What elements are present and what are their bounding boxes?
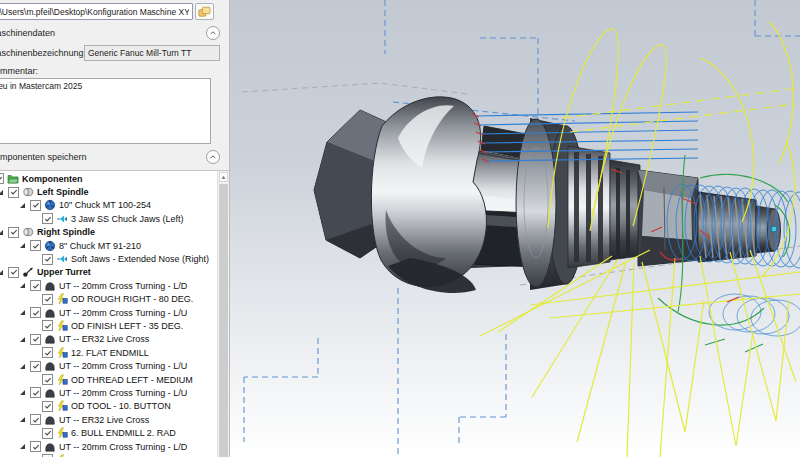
tree-item-right-spindle[interactable]: Right Spindle bbox=[0, 226, 218, 239]
checkbox[interactable] bbox=[8, 187, 19, 198]
check-icon bbox=[32, 335, 40, 343]
checkbox[interactable] bbox=[42, 320, 53, 331]
collapse-components-button[interactable] bbox=[206, 150, 220, 164]
checkbox[interactable] bbox=[30, 414, 41, 425]
tree-item-holder-3[interactable]: UT -- ER32 Live Cross bbox=[0, 333, 218, 346]
check-icon bbox=[0, 175, 3, 183]
tree-item-holder-2[interactable]: UT -- 20mm Cross Turning - L/U bbox=[0, 306, 218, 319]
expander-icon[interactable] bbox=[19, 281, 29, 291]
jaws-icon bbox=[56, 253, 68, 265]
scrollbar-thumb[interactable] bbox=[219, 184, 228, 457]
components-header: Komponenten speichern bbox=[0, 150, 230, 166]
tool-icon bbox=[56, 400, 68, 412]
chuck-icon bbox=[44, 240, 56, 252]
tree-item-komponenten[interactable]: Komponenten bbox=[0, 172, 218, 185]
config-path-bar bbox=[0, 3, 230, 20]
spindle-icon bbox=[22, 186, 34, 198]
chevron-up-icon bbox=[209, 29, 217, 37]
checkbox[interactable] bbox=[42, 428, 53, 439]
holder-icon bbox=[44, 414, 56, 426]
tree-item-left-spindle[interactable]: Left Spindle bbox=[0, 185, 218, 198]
expander-icon[interactable] bbox=[19, 308, 29, 318]
check-icon bbox=[44, 295, 52, 303]
check-icon bbox=[32, 443, 40, 451]
tree-scrollbar[interactable] bbox=[217, 171, 229, 457]
machine-name-label: Maschinenbezeichnung: bbox=[0, 48, 86, 58]
tree-item-jaws-right[interactable]: Soft Jaws - Extended Nose (Right) bbox=[0, 252, 218, 265]
check-icon bbox=[32, 309, 40, 317]
check-icon bbox=[44, 376, 52, 384]
check-icon bbox=[32, 201, 40, 209]
check-icon bbox=[10, 268, 18, 276]
expander-icon[interactable] bbox=[19, 388, 29, 398]
checkbox[interactable] bbox=[42, 374, 53, 385]
turret-icon bbox=[22, 266, 34, 278]
collapse-machine-data-button[interactable] bbox=[206, 26, 220, 40]
expander-icon[interactable] bbox=[0, 187, 7, 197]
tree-item-chuck-left[interactable]: 10" Chuck MT 100-254 bbox=[0, 199, 218, 212]
jaws-icon bbox=[56, 213, 68, 225]
expander-icon[interactable] bbox=[0, 267, 7, 277]
tree-item-chuck-right[interactable]: 8" Chuck MT 91-210 bbox=[0, 239, 218, 252]
tree-item-tool-1[interactable]: OD ROUGH RIGHT - 80 DEG. bbox=[0, 293, 218, 306]
tree-item-tool-3[interactable]: 12. FLAT ENDMILL bbox=[0, 346, 218, 359]
holder-icon bbox=[44, 280, 56, 292]
components-title: Komponenten speichern bbox=[0, 152, 87, 162]
expander-icon[interactable] bbox=[0, 227, 7, 237]
tool-icon bbox=[56, 374, 68, 386]
checkbox[interactable] bbox=[30, 307, 41, 318]
machine-data-header: Maschinendaten bbox=[0, 26, 230, 42]
chuck-icon bbox=[44, 199, 56, 211]
config-path-input[interactable] bbox=[0, 3, 193, 20]
tree-item-jaws-left[interactable]: 3 Jaw SS Chuck Jaws (Left) bbox=[0, 212, 218, 225]
check-icon bbox=[44, 322, 52, 330]
check-icon bbox=[44, 215, 52, 223]
folder-copy-icon bbox=[198, 6, 211, 18]
expander-icon[interactable] bbox=[19, 241, 29, 251]
expander-icon[interactable] bbox=[19, 442, 29, 452]
checkbox[interactable] bbox=[30, 280, 41, 291]
machine-name-input[interactable] bbox=[84, 45, 220, 61]
checkbox[interactable] bbox=[42, 294, 53, 305]
checkbox[interactable] bbox=[30, 387, 41, 398]
tree-item-tool-6[interactable]: 6. BULL ENDMILL 2. RAD bbox=[0, 426, 218, 439]
tree-item-tool-7[interactable]: OD CUTOFF RIGHT bbox=[0, 453, 218, 457]
browse-button[interactable] bbox=[195, 3, 214, 20]
tree-item-holder-4[interactable]: UT -- 20mm Cross Turning - L/U bbox=[0, 359, 218, 372]
tree-item-tool-2[interactable]: OD FINISH LEFT - 35 DEG. bbox=[0, 319, 218, 332]
checkbox[interactable] bbox=[30, 334, 41, 345]
checkbox[interactable] bbox=[42, 347, 53, 358]
checkbox[interactable] bbox=[30, 361, 41, 372]
tree-item-upper-turret[interactable]: Upper Turret bbox=[0, 266, 218, 279]
checkbox[interactable] bbox=[42, 401, 53, 412]
checkbox[interactable] bbox=[30, 200, 41, 211]
checkbox[interactable] bbox=[30, 441, 41, 452]
checkbox[interactable] bbox=[42, 254, 53, 265]
check-icon bbox=[44, 402, 52, 410]
check-icon bbox=[44, 349, 52, 357]
checkbox[interactable] bbox=[8, 267, 19, 278]
machine-simulation-scene bbox=[230, 0, 800, 457]
check-icon bbox=[32, 416, 40, 424]
tree-item-holder-1[interactable]: UT -- 20mm Cross Turning - L/D bbox=[0, 279, 218, 292]
scroll-up-button[interactable] bbox=[219, 172, 228, 182]
checkbox[interactable] bbox=[30, 240, 41, 251]
comment-textarea[interactable]: Neu in Mastercam 2025 bbox=[0, 78, 211, 144]
tree-item-tool-5[interactable]: OD TOOL - 10. BUTTON bbox=[0, 400, 218, 413]
expander-icon[interactable] bbox=[19, 200, 29, 210]
expander-icon[interactable] bbox=[19, 415, 29, 425]
check-icon bbox=[32, 282, 40, 290]
machine-data-title: Maschinendaten bbox=[0, 28, 55, 38]
tree-item-tool-4[interactable]: OD THREAD LEFT - MEDIUM bbox=[0, 373, 218, 386]
graphics-viewport[interactable] bbox=[230, 0, 800, 457]
tree-item-holder-5[interactable]: UT -- 20mm Cross Turning - L/U bbox=[0, 386, 218, 399]
tree-item-holder-7[interactable]: UT -- 20mm Cross Turning - L/D bbox=[0, 440, 218, 453]
check-icon bbox=[10, 188, 18, 196]
tree-item-holder-6[interactable]: UT -- ER32 Live Cross bbox=[0, 413, 218, 426]
checkbox[interactable] bbox=[0, 173, 4, 184]
tool-icon bbox=[56, 293, 68, 305]
checkbox[interactable] bbox=[8, 227, 19, 238]
expander-icon[interactable] bbox=[19, 334, 29, 344]
expander-icon[interactable] bbox=[19, 361, 29, 371]
checkbox[interactable] bbox=[42, 213, 53, 224]
